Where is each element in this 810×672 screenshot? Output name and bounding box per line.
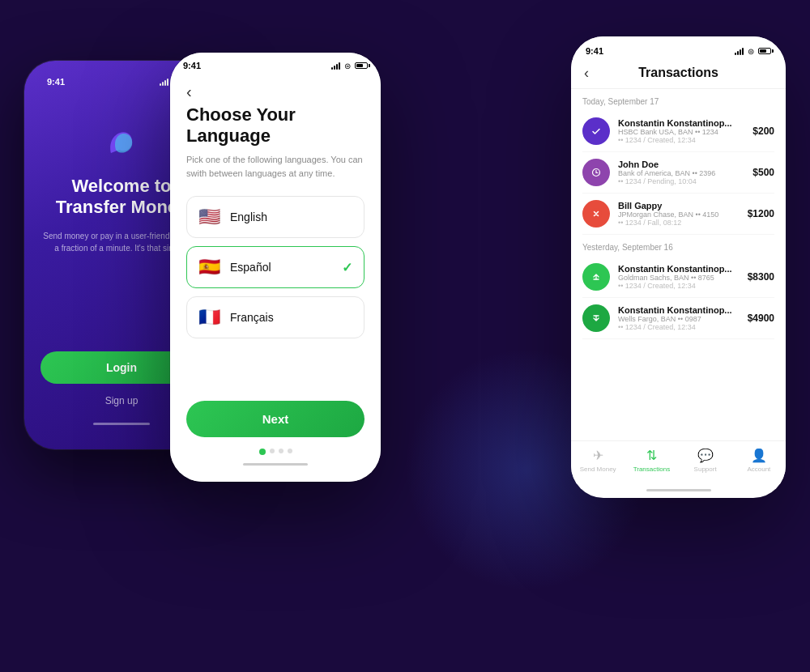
transaction-item[interactable]: Konstantin Konstantinop... HSBC Bank USA… bbox=[582, 111, 774, 152]
language-option-english[interactable]: 🇺🇸 English bbox=[186, 196, 364, 238]
trans-name-5: Konstantin Konstantinop... bbox=[618, 305, 743, 315]
status-icons-right: ⊜ bbox=[735, 47, 771, 56]
flag-us: 🇺🇸 bbox=[198, 206, 220, 228]
page-dots bbox=[259, 449, 292, 455]
trans-avatar-1 bbox=[582, 117, 610, 145]
language-option-espanol[interactable]: 🇪🇸 Español ✓ bbox=[186, 246, 364, 288]
nav-label-transactions: Transactions bbox=[633, 466, 671, 473]
trans-info-3: Bill Gappy JPMorgan Chase, BAN •• 4150 •… bbox=[618, 201, 743, 227]
trans-amount-2: $500 bbox=[752, 167, 774, 178]
lang-english: English bbox=[230, 211, 267, 223]
signal-icon-middle bbox=[331, 62, 340, 70]
date-yesterday: Yesterday, September 16 bbox=[582, 235, 774, 257]
trans-amount-1: $200 bbox=[752, 125, 774, 137]
svg-point-0 bbox=[590, 125, 602, 137]
trans-detail-1: •• 1234 / Created, 12:34 bbox=[618, 136, 748, 144]
send-money-icon: ✈ bbox=[593, 448, 603, 463]
nav-account[interactable]: 👤 Account bbox=[732, 448, 786, 473]
trans-bank-2: Bank of America, BAN •• 2396 bbox=[618, 169, 748, 177]
bottom-nav: ✈ Send Money ⇅ Transactions 💬 Support 👤 … bbox=[571, 440, 786, 484]
wifi-icon-right: ⊜ bbox=[748, 47, 754, 56]
trans-name-2: John Doe bbox=[618, 159, 748, 169]
language-option-francais[interactable]: 🇫🇷 Français bbox=[186, 296, 364, 338]
choose-language-subtitle: Pick one of the following languages. You… bbox=[186, 153, 364, 180]
signup-link[interactable]: Sign up bbox=[105, 395, 139, 406]
nav-label-send: Send Money bbox=[580, 466, 616, 473]
trans-amount-5: $4900 bbox=[748, 313, 774, 324]
lang-espanol: Español bbox=[230, 261, 271, 274]
wifi-icon-middle: ⊜ bbox=[344, 62, 351, 70]
check-icon-espanol: ✓ bbox=[342, 260, 352, 275]
time-right: 9:41 bbox=[586, 46, 603, 56]
date-today: Today, September 17 bbox=[582, 89, 774, 111]
trans-name-4: Konstantin Konstantinop... bbox=[618, 264, 743, 274]
nav-label-account: Account bbox=[747, 466, 770, 473]
trans-info-5: Konstantin Konstantinop... Wells Fargo, … bbox=[618, 305, 743, 331]
trans-avatar-3 bbox=[582, 200, 610, 228]
phones-container: 9:41 ⊜ Welcome to Transfe bbox=[8, 12, 802, 660]
trans-avatar-2 bbox=[582, 159, 610, 186]
home-indicator-right bbox=[646, 489, 711, 491]
status-icons-middle: ⊜ bbox=[331, 62, 368, 70]
trans-bank-5: Wells Fargo, BAN •• 0987 bbox=[618, 315, 743, 323]
phone-middle: 9:41 ⊜ ‹ Choose Your Language Pick one o… bbox=[170, 53, 381, 482]
trans-detail-5: •• 1234 / Created, 12:34 bbox=[618, 323, 743, 331]
battery-icon-right bbox=[758, 48, 771, 54]
app-logo bbox=[101, 119, 142, 159]
back-button-right[interactable]: ‹ bbox=[584, 65, 589, 82]
trans-amount-4: $8300 bbox=[748, 271, 774, 283]
back-button-middle[interactable]: ‹ bbox=[186, 75, 364, 104]
signal-icon-left bbox=[160, 79, 168, 86]
status-bar-right: 9:41 ⊜ bbox=[571, 36, 786, 61]
transactions-icon: ⇅ bbox=[646, 448, 657, 463]
account-icon: 👤 bbox=[751, 448, 767, 463]
home-indicator-middle bbox=[243, 463, 308, 466]
home-indicator-left bbox=[93, 423, 150, 425]
trans-amount-3: $1200 bbox=[748, 208, 774, 219]
trans-avatar-4 bbox=[582, 263, 610, 291]
dot-1 bbox=[259, 449, 266, 455]
transaction-item-4[interactable]: Konstantin Konstantinop... Goldman Sachs… bbox=[582, 257, 774, 298]
next-button[interactable]: Next bbox=[186, 401, 364, 437]
middle-bottom: Next bbox=[170, 388, 381, 482]
lang-francais: Français bbox=[230, 311, 274, 324]
trans-info-2: John Doe Bank of America, BAN •• 2396 ••… bbox=[618, 159, 748, 185]
transaction-item-2[interactable]: John Doe Bank of America, BAN •• 2396 ••… bbox=[582, 152, 774, 194]
transactions-title: Transactions bbox=[638, 66, 718, 80]
trans-name-1: Konstantin Konstantinop... bbox=[618, 118, 748, 128]
transactions-header: ‹ Transactions bbox=[571, 61, 786, 89]
transaction-item-3[interactable]: Bill Gappy JPMorgan Chase, BAN •• 4150 •… bbox=[582, 194, 774, 235]
dot-2 bbox=[270, 449, 275, 453]
trans-bank-3: JPMorgan Chase, BAN •• 4150 bbox=[618, 211, 743, 219]
time-left: 9:41 bbox=[47, 77, 65, 87]
status-bar-middle: 9:41 ⊜ bbox=[170, 53, 381, 75]
trans-avatar-5 bbox=[582, 304, 610, 332]
trans-detail-4: •• 1234 / Created, 12:34 bbox=[618, 282, 743, 290]
flag-es: 🇪🇸 bbox=[198, 257, 220, 278]
trans-detail-3: •• 1234 / Fall, 08:12 bbox=[618, 219, 743, 227]
transaction-item-5[interactable]: Konstantin Konstantinop... Wells Fargo, … bbox=[582, 298, 774, 339]
trans-bank-4: Goldman Sachs, BAN •• 8765 bbox=[618, 274, 743, 282]
trans-info-1: Konstantin Konstantinop... HSBC Bank USA… bbox=[618, 118, 748, 144]
signal-icon-right bbox=[735, 48, 744, 55]
battery-icon-middle bbox=[355, 62, 368, 69]
trans-name-3: Bill Gappy bbox=[618, 201, 743, 211]
flag-fr: 🇫🇷 bbox=[198, 307, 220, 328]
nav-send-money[interactable]: ✈ Send Money bbox=[571, 448, 625, 473]
phone-right: 9:41 ⊜ ‹ Transactions Today, September 1… bbox=[571, 36, 786, 498]
nav-support[interactable]: 💬 Support bbox=[679, 448, 732, 473]
trans-detail-2: •• 1234 / Pending, 10:04 bbox=[618, 177, 748, 185]
time-middle: 9:41 bbox=[183, 61, 201, 70]
choose-language-title: Choose Your Language bbox=[186, 104, 364, 147]
nav-label-support: Support bbox=[694, 466, 717, 473]
trans-bank-1: HSBC Bank USA, BAN •• 1234 bbox=[618, 128, 748, 136]
dot-3 bbox=[279, 449, 284, 453]
language-content: ‹ Choose Your Language Pick one of the f… bbox=[170, 75, 381, 388]
support-icon: 💬 bbox=[697, 448, 714, 463]
trans-info-4: Konstantin Konstantinop... Goldman Sachs… bbox=[618, 264, 743, 290]
dot-4 bbox=[288, 449, 292, 453]
transactions-list: Today, September 17 Konstantin Konstanti… bbox=[571, 89, 786, 440]
nav-transactions[interactable]: ⇅ Transactions bbox=[625, 448, 678, 473]
